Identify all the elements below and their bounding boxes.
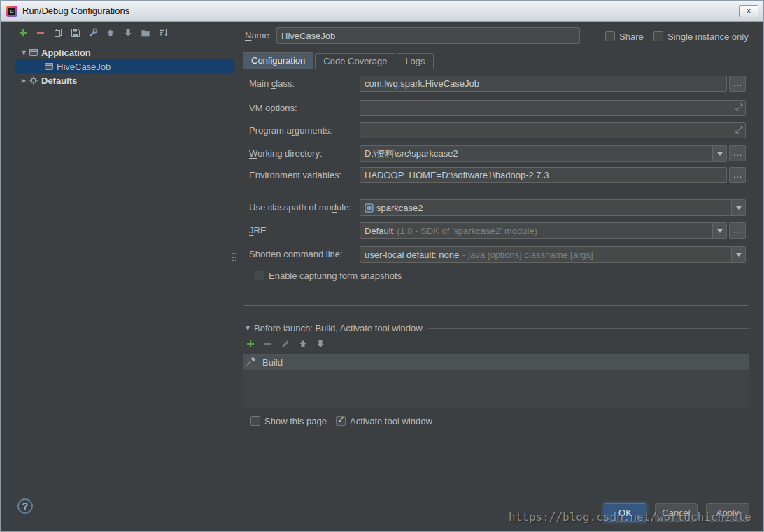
close-button[interactable]: × [739,5,758,17]
jre-dropdown-button[interactable] [712,223,726,238]
environment-variables-browse-button[interactable]: … [729,167,746,183]
edit-pencil-icon[interactable] [281,339,290,349]
capture-snapshots-checkbox[interactable] [255,271,264,280]
watermark-text: https://blog.csdn.net/worldchichicle [509,510,751,524]
main-class-label: Main class: [249,76,295,92]
activate-tool-window-label: Activate tool window [350,416,432,426]
before-launch-toolbar [246,339,325,349]
activate-tool-window-checkbox[interactable] [336,416,346,426]
jre-browse-button[interactable]: … [729,222,746,239]
splitter-dots-icon [232,253,234,254]
before-launch-title: Before launch: Build, Activate tool wind… [254,323,423,333]
remove-icon[interactable] [263,339,273,349]
name-label: Name: [245,27,271,44]
splitter-handle[interactable] [232,252,237,264]
chevron-down-icon [717,229,723,233]
main-class-browse-button[interactable]: … [729,76,746,92]
copy-icon[interactable] [53,28,63,38]
run-configuration-icon [44,62,54,71]
environment-variables-input[interactable]: HADOOP_HOME=D:\software1\hadoop-2.7.3 [360,167,727,183]
show-this-page-label: Show this page [264,416,327,426]
tree-item-defaults[interactable]: ▶ Defaults [15,73,234,87]
expand-field-icon[interactable] [735,125,743,136]
intellij-logo-icon: IJ [6,6,17,17]
working-directory-combo[interactable]: D:\资料\src\sparkcase2 [360,145,727,162]
module-dropdown-button[interactable] [731,200,745,215]
question-mark-icon: ? [22,501,29,512]
help-button[interactable]: ? [17,498,33,514]
collapse-arrow-icon[interactable]: ▼ [243,325,253,331]
working-directory-browse-button[interactable]: … [729,145,746,161]
jre-value: Default [365,226,393,236]
jre-combo[interactable]: Default (1.8 - SDK of 'sparkcase2' modul… [360,222,727,239]
shorten-command-line-label: Shorten command line: [249,246,343,263]
configuration-panel: Main class: com.lwq.spark.HiveCaseJob … … [243,69,749,306]
shorten-command-line-value: user-local default: none [365,250,459,260]
expand-arrow-icon[interactable]: ▶ [19,78,29,84]
working-directory-value: D:\资料\src\sparkcase2 [365,148,458,160]
chevron-down-icon [736,253,742,257]
module-icon [365,203,374,213]
save-icon[interactable] [71,28,80,38]
module-value: sparkcase2 [376,203,423,213]
sidebar-toolbar [15,22,234,43]
single-instance-label: Single instance only [667,31,749,42]
move-up-icon[interactable] [106,28,115,38]
module-label: Use classpath of module: [249,199,351,216]
environment-variables-label: Environment variables: [249,167,341,183]
chevron-down-icon [736,206,742,210]
jre-label: JRE: [249,222,269,239]
build-label: Build [262,357,283,368]
tree-item-hivecasejob[interactable]: HiveCaseJob [15,59,234,73]
single-instance-checkbox[interactable] [653,31,663,41]
before-launch-item-build[interactable]: Build [243,355,749,370]
share-checkbox[interactable] [605,31,615,41]
titlebar[interactable]: IJ Run/Debug Configurations × [1,1,763,22]
defaults-gear-icon [29,76,38,85]
show-this-page-checkbox[interactable] [250,416,260,426]
main-class-input[interactable]: com.lwq.spark.HiveCaseJob [360,76,727,92]
configurations-tree: ▼ Application HiveCaseJob ▶ Defaults [15,45,234,87]
vm-options-input[interactable] [360,100,746,116]
edit-templates-icon[interactable] [88,28,98,38]
folder-icon[interactable] [141,28,150,38]
build-hammer-icon [246,357,256,368]
shorten-dropdown-button[interactable] [731,247,745,262]
configurations-sidebar: ▼ Application HiveCaseJob ▶ Defaults [15,22,234,487]
add-icon[interactable] [18,28,28,38]
name-value: HiveCaseJob [281,31,335,41]
share-label: Share [619,31,644,42]
main-class-value: com.lwq.spark.HiveCaseJob [365,78,479,89]
tab-logs[interactable]: Logs [397,53,433,69]
window-title: Run/Debug Configurations [22,6,129,16]
shorten-command-line-combo[interactable]: user-local default: none - java [options… [360,246,746,263]
jre-hint: (1.8 - SDK of 'sparkcase2' module) [397,226,537,236]
add-icon[interactable] [246,339,255,349]
remove-icon[interactable] [36,28,45,38]
run-debug-configurations-dialog: IJ Run/Debug Configurations × ▼ Applicat… [0,0,764,532]
tree-label-defaults: Defaults [41,76,77,86]
chevron-down-icon [717,152,723,156]
tree-label-hivecasejob: HiveCaseJob [57,62,111,72]
module-combo[interactable]: sparkcase2 [360,199,746,216]
expand-field-icon[interactable] [735,103,743,113]
application-icon [29,48,38,57]
before-launch-list: Build [243,354,749,408]
tab-configuration[interactable]: Configuration [243,52,313,69]
vm-options-label: VM options: [249,100,297,116]
sort-icon[interactable] [158,28,168,38]
move-up-icon[interactable] [298,339,308,349]
environment-variables-value: HADOOP_HOME=D:\software1\hadoop-2.7.3 [365,170,549,180]
name-input[interactable]: HiveCaseJob [276,27,580,44]
tree-item-application[interactable]: ▼ Application [15,45,234,59]
collapse-arrow-icon[interactable]: ▼ [19,50,29,56]
program-arguments-label: Program arguments: [249,122,332,138]
move-down-icon[interactable] [123,28,133,38]
before-launch-header: ▼ Before launch: Build, Activate tool wi… [243,323,749,333]
move-down-icon[interactable] [316,339,325,349]
working-directory-dropdown-button[interactable] [712,146,726,161]
shorten-command-line-hint: - java [options] classname [args] [462,250,593,260]
working-directory-label: Working directory: [249,145,323,161]
program-arguments-input[interactable] [360,122,746,138]
tab-code-coverage[interactable]: Code Coverage [315,53,395,69]
